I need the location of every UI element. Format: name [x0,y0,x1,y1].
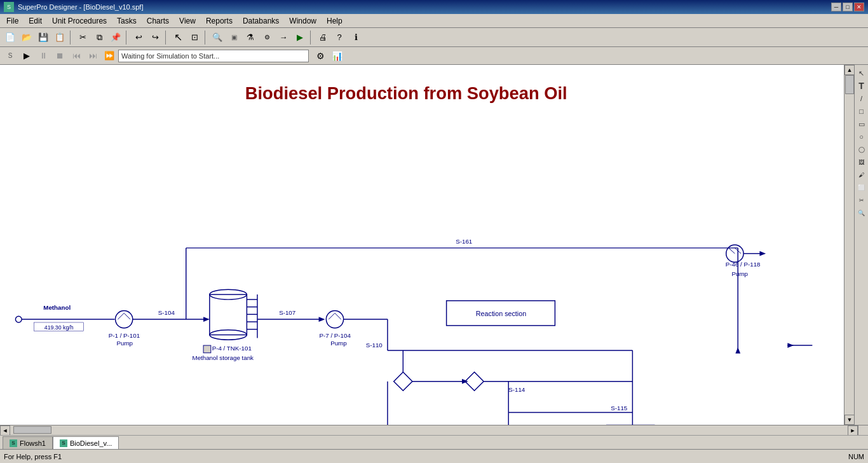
help-button[interactable]: ? [332,31,347,45]
stream-s104-label: S-104 [158,309,175,316]
scroll-down-button[interactable]: ▼ [844,415,855,425]
copy-button[interactable]: ⧉ [92,31,107,45]
sim-pause-button[interactable]: ⏸ [36,49,51,63]
paste-button[interactable]: 📌 [108,31,123,45]
menu-unit-procedures[interactable]: Unit Procedures [47,14,112,28]
pump-p7-label: P-7 / P-104 [320,332,351,339]
pump-p46-inlet [729,248,735,254]
unit-op-button[interactable]: ⚙ [259,31,275,45]
pump-p1-sublabel: Pump [116,340,133,347]
sim-stop-button[interactable]: ⏹ [52,49,67,63]
scroll-up-button[interactable]: ▲ [844,65,855,75]
window-controls[interactable]: ─ □ ✕ [831,3,864,11]
menu-view[interactable]: View [174,14,201,28]
svg-line-0 [118,313,124,319]
sep5 [310,31,313,45]
tab-bar: S Flowsh1 S BioDiesel_v... [0,435,868,449]
tab-biodiesel-label: BioDiesel_v... [70,439,112,447]
svg-marker-22 [787,343,794,348]
feed-methanol-point [15,316,22,322]
rp-text-tool[interactable]: T [856,80,867,92]
rp-zoom-tool[interactable]: 🔍 [856,207,867,219]
rp-ellipse-tool[interactable]: ◯ [856,144,867,155]
arrow-s107 [319,317,325,322]
palette-button[interactable]: ▣ [226,31,241,45]
tank-body [210,294,247,335]
restore-button[interactable]: □ [843,3,853,11]
scroll-left-button[interactable]: ◄ [0,425,10,436]
sim-icon: S [3,49,18,63]
cut-button[interactable]: ✂ [75,31,90,45]
rp-rect2-tool[interactable]: ▭ [856,118,867,130]
scroll-right-button[interactable]: ► [848,425,858,436]
menu-file[interactable]: File [1,14,24,28]
zoom-area-button[interactable]: ⊡ [187,31,202,45]
rp-scissor-tool[interactable]: ✂ [856,195,867,206]
svg-line-9 [335,313,341,319]
h-scroll-track[interactable] [10,425,848,435]
diagram-title: Biodiesel Production from Soybean Oil [245,83,567,103]
select-button[interactable]: ↖ [170,31,186,45]
process-diagram: Biodiesel Production from Soybean Oil Re… [0,65,844,425]
rp-circle-tool[interactable]: ○ [856,131,867,142]
num-lock: NUM [848,453,864,460]
scroll-thumb[interactable] [845,75,854,94]
menu-databanks[interactable]: Databanks [238,14,284,28]
new-button[interactable]: 📄 [3,31,18,45]
rp-cursor-tool[interactable]: ↖ [856,67,867,79]
stream-s115-label: S-115 [611,404,628,411]
play-button[interactable]: ▶ [292,31,308,45]
sep3 [165,31,168,45]
svg-line-1 [124,313,130,319]
minimize-button[interactable]: ─ [831,3,841,11]
sep1 [70,31,72,45]
feed-methanol-label: Methanol [43,304,71,311]
close-button[interactable]: ✕ [854,3,864,11]
scroll-track[interactable] [844,75,854,415]
canvas-horizontal-scrollbar[interactable]: ◄ ► [0,425,868,435]
menu-charts[interactable]: Charts [142,14,174,28]
simulation-toolbar: S ▶ ⏸ ⏹ ⏮ ⏭ ⏩ Waiting for Simulation to … [0,47,868,65]
sim-run-button[interactable]: ▶ [19,49,34,63]
rp-rect-tool[interactable]: □ [856,106,867,117]
rp-eraser-tool[interactable]: ⬜ [856,182,867,193]
redo-button[interactable]: ↪ [147,31,163,45]
tab-biodiesel[interactable]: S BioDiesel_v... [53,436,119,449]
menu-help[interactable]: Help [322,14,348,28]
print-button[interactable]: 🖨 [315,31,330,45]
menu-edit[interactable]: Edit [24,14,47,28]
about-button[interactable]: ℹ [348,31,363,45]
sim-step-forward-button[interactable]: ⏭ [85,49,100,63]
stream-s114-label: S-114 [508,386,526,393]
rp-image-tool[interactable]: 🖼 [856,156,867,168]
arrow-s104 [203,317,210,322]
pump-p46-sublabel: Pump [732,270,749,277]
arrow-p46-out [759,251,766,256]
help-text: For Help, press F1 [4,453,62,460]
zoom-in-button[interactable]: 🔍 [210,31,225,45]
scroll-corner [858,425,868,436]
save-as-button[interactable]: 📋 [52,31,67,45]
canvas-area[interactable]: Biodiesel Production from Soybean Oil Re… [0,65,844,425]
sim-step-back-button[interactable]: ⏮ [69,49,84,63]
menu-tasks[interactable]: Tasks [112,14,142,28]
h-scroll-thumb[interactable] [13,426,51,434]
rp-paint-tool[interactable]: 🖌 [856,169,867,181]
title-bar: S SuperPro Designer - [BioDiesel_v10.spf… [0,0,868,14]
canvas-vertical-scrollbar[interactable]: ▲ ▼ [844,65,854,425]
component-button[interactable]: ⚗ [243,31,258,45]
stream-button[interactable]: → [276,31,291,45]
sim-fast-forward-button[interactable]: ⏩ [102,49,117,63]
save-button[interactable]: 💾 [36,31,51,45]
tab-flowsh1-label: Flowsh1 [20,439,46,447]
tab-flowsh1-icon: S [10,439,17,447]
open-button[interactable]: 📂 [19,31,34,45]
rp-line-tool[interactable]: / [856,93,867,104]
menu-reports[interactable]: Reports [201,14,238,28]
tab-flowsh1[interactable]: S Flowsh1 [3,436,53,449]
sim-info-button[interactable]: 📊 [329,49,344,63]
menu-window[interactable]: Window [284,14,322,28]
status-bar: For Help, press F1 NUM [0,449,868,463]
sim-settings-button[interactable]: ⚙ [313,49,328,63]
undo-button[interactable]: ↩ [131,31,146,45]
